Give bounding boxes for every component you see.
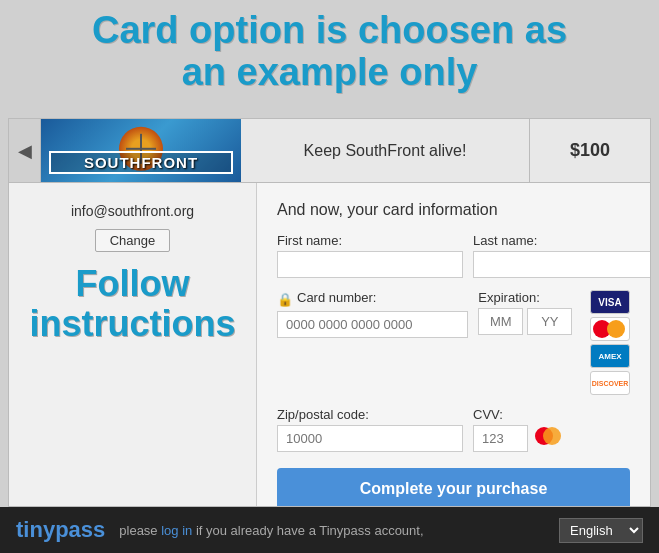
- zip-cvv-row: Zip/postal code: CVV:: [277, 407, 630, 452]
- card-row: 🔒 Card number: Expiration: VISA: [277, 290, 630, 395]
- card-number-group: 🔒 Card number:: [277, 290, 468, 338]
- expiration-group: Expiration:: [478, 290, 574, 335]
- watermark-line2: an example only: [0, 52, 659, 94]
- language-select[interactable]: English Español Français Deutsch: [559, 518, 643, 543]
- header-bar: ◀ SOUTHFRONT Keep SouthFront alive! $100: [9, 119, 650, 183]
- cvv-maestro-icon: [532, 426, 564, 451]
- sidebar: info@southfront.org Change Follow instru…: [9, 183, 257, 506]
- logo-text: SOUTHFRONT: [49, 151, 233, 174]
- svg-point-1: [543, 427, 561, 445]
- watermark-line1: Card option is choosen as: [0, 10, 659, 52]
- expiry-mm-input[interactable]: [478, 308, 523, 335]
- visa-icon: VISA: [590, 290, 630, 314]
- content-area: info@southfront.org Change Follow instru…: [9, 183, 650, 506]
- cvv-label: CVV:: [473, 407, 564, 422]
- zip-label: Zip/postal code:: [277, 407, 463, 422]
- expiry-inputs: [478, 308, 574, 335]
- header-amount: $100: [530, 119, 650, 182]
- follow-instructions: Follow instructions: [29, 264, 235, 343]
- amex-icon: AMEX: [590, 344, 630, 368]
- card-number-input[interactable]: [277, 311, 468, 338]
- zip-group: Zip/postal code:: [277, 407, 463, 452]
- zip-input[interactable]: [277, 425, 463, 452]
- last-name-label: Last name:: [473, 233, 650, 248]
- last-name-group: Last name:: [473, 233, 650, 278]
- watermark: Card option is choosen as an example onl…: [0, 0, 659, 94]
- mastercard-icon: [590, 317, 630, 341]
- complete-purchase-button[interactable]: Complete your purchase: [277, 468, 630, 506]
- expiration-label: Expiration:: [478, 290, 574, 305]
- footer-logo: tinypass: [16, 517, 105, 543]
- first-name-input[interactable]: [277, 251, 463, 278]
- cvv-input[interactable]: [473, 425, 528, 452]
- last-name-input[interactable]: [473, 251, 650, 278]
- header-logo: SOUTHFRONT: [41, 119, 241, 182]
- nav-arrow[interactable]: ◀: [9, 119, 41, 182]
- header-logo-bg: SOUTHFRONT: [41, 119, 241, 182]
- first-name-group: First name:: [277, 233, 463, 278]
- form-title: And now, your card information: [277, 201, 630, 219]
- main-container: ◀ SOUTHFRONT Keep SouthFront alive! $100…: [8, 118, 651, 507]
- cvv-group: CVV:: [473, 407, 564, 452]
- footer-language: English Español Français Deutsch: [559, 518, 643, 543]
- change-button[interactable]: Change: [95, 229, 171, 252]
- sidebar-email: info@southfront.org: [71, 203, 194, 219]
- discover-icon: DISCOVER: [590, 371, 630, 395]
- card-label-row: 🔒 Card number:: [277, 290, 468, 308]
- card-number-label: Card number:: [297, 290, 376, 305]
- first-name-label: First name:: [277, 233, 463, 248]
- header-description: Keep SouthFront alive!: [241, 119, 530, 182]
- card-icons: VISA AMEX DISCOVER: [590, 290, 630, 395]
- form-area: And now, your card information First nam…: [257, 183, 650, 506]
- login-link[interactable]: log in: [161, 523, 192, 538]
- name-row: First name: Last name:: [277, 233, 630, 278]
- lock-icon: 🔒: [277, 292, 293, 307]
- expiry-yy-input[interactable]: [527, 308, 572, 335]
- footer: tinypass please log in if you already ha…: [0, 507, 659, 553]
- footer-text: please log in if you already have a Tiny…: [119, 523, 423, 538]
